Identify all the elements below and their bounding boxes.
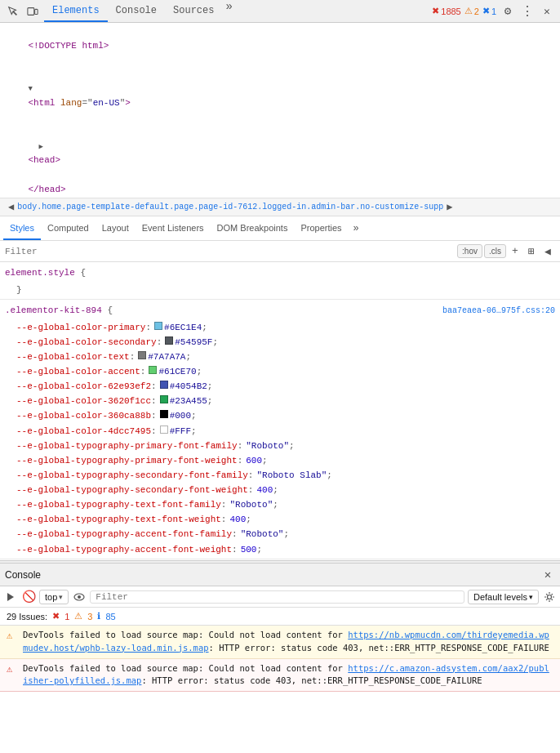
css-prop-typo-secondary-weight[interactable]: --e-global-typography-secondary-font-wei… (0, 483, 560, 497)
val-lang: en-US (93, 98, 120, 108)
css-prop-accent[interactable]: --e-global-color-accent: #61CE70; (0, 364, 560, 379)
more-tabs-icon[interactable]: » (350, 223, 362, 234)
console-messages: ⚠ DevTools failed to load source map: Co… (0, 626, 560, 753)
triangle-icon[interactable] (28, 82, 36, 96)
css-prop-62e93ef2[interactable]: --e-global-color-62e93ef2: #4054B2; (0, 379, 560, 394)
console-execute-button[interactable] (3, 590, 18, 604)
triangle-icon[interactable] (39, 140, 47, 154)
css-prop-typo-accent-family[interactable]: --e-global-typography-accent-font-family… (0, 527, 560, 541)
breadcrumb-scroll-right[interactable]: ▶ (443, 201, 456, 213)
svg-rect-2 (35, 9, 38, 14)
css-prop-typo-primary-family[interactable]: --e-global-typography-primary-font-famil… (0, 439, 560, 453)
error-badge-blue[interactable]: ✖ 1 (482, 6, 496, 16)
console-eye-icon[interactable] (72, 590, 87, 604)
console-context-select[interactable]: top ▾ (39, 590, 69, 604)
message-link-2[interactable]: https://c.amazon-adsystem.com/aax2/publi… (23, 663, 549, 686)
tab-dom-breakpoints[interactable]: DOM Breakpoints (211, 216, 295, 240)
css-prop-secondary[interactable]: --e-global-color-secondary: #54595F; (0, 335, 560, 350)
color-swatch-4dcc7495[interactable] (160, 426, 168, 434)
kit-894-filename[interactable]: baa7eaea-06…975f.css:20 (442, 304, 555, 318)
color-swatch-primary[interactable] (154, 322, 162, 330)
css-prop-typo-secondary-family[interactable]: --e-global-typography-secondary-font-fam… (0, 468, 560, 483)
console-context-label: top (45, 592, 57, 602)
element-style-selector: element.style { (5, 265, 86, 281)
issues-blue-count: 85 (105, 612, 115, 622)
kit-894-section: .elementor-kit-894 { baa7eaea-06…975f.cs… (0, 300, 560, 559)
html-line-html[interactable]: <html lang="en-US"> (0, 68, 560, 125)
more-options-icon[interactable]: ⋮ (519, 3, 536, 20)
breadcrumb-path[interactable]: body.home.page-template-default.page.pag… (17, 203, 443, 212)
default-levels-select[interactable]: Default levels ▾ (468, 590, 539, 604)
red-error-count: 1885 (441, 7, 460, 16)
css-prop-typo-text-family[interactable]: --e-global-typography-text-font-family: … (0, 497, 560, 512)
issues-yellow-icon: ⚠ (74, 611, 82, 622)
tab-elements[interactable]: Elements (44, 0, 108, 22)
html-line-doctype[interactable]: <!DOCTYPE html> (0, 25, 560, 68)
color-swatch-62e93ef2[interactable] (160, 381, 168, 389)
device-icon[interactable] (24, 3, 41, 20)
settings-icon[interactable]: ⚙ (500, 3, 516, 20)
console-clear-button[interactable]: 🚫 (21, 590, 36, 604)
color-swatch-secondary[interactable] (165, 336, 173, 345)
breadcrumb-scroll-left[interactable]: ◀ (5, 201, 17, 213)
default-levels-dropdown-icon: ▾ (529, 593, 533, 601)
tab-console[interactable]: Console (108, 0, 165, 22)
html-line-head[interactable]: <head> </head> (0, 125, 560, 198)
css-panel: element.style { } .elementor-kit-894 { b… (0, 262, 560, 560)
filter-row: :hov .cls + ⊞ ◀ (0, 241, 560, 262)
filter-controls: :hov .cls + ⊞ ◀ (457, 244, 555, 259)
breadcrumb: ◀ body.home.page-template-default.page.p… (0, 198, 560, 216)
color-swatch-text[interactable] (138, 351, 146, 359)
css-prop-primary[interactable]: --e-global-color-primary: #6EC1E4; (0, 320, 560, 335)
console-settings-icon[interactable] (542, 590, 557, 604)
tab-event-listeners[interactable]: Event Listeners (136, 216, 211, 240)
svg-rect-1 (28, 7, 34, 15)
issues-red-icon: ✖ (52, 611, 60, 622)
tab-properties[interactable]: Properties (294, 216, 348, 240)
issues-bar: 29 Issues: ✖ 1 ⚠ 3 ℹ 85 (0, 608, 560, 626)
layout-button[interactable]: ⊞ (524, 244, 539, 259)
inspect-icon[interactable] (5, 3, 21, 20)
yellow-warning-icon: ⚠ (464, 6, 473, 16)
color-swatch-360ca88b[interactable] (160, 410, 168, 418)
tag-html: <html (28, 98, 60, 108)
issues-red-count: 1 (64, 612, 69, 622)
more-tabs-button[interactable]: » (222, 0, 235, 22)
blue-error-count: 1 (491, 7, 496, 16)
message-link-1[interactable]: https://nb.wpmucdn.com/thirdeyemedia.wpm… (23, 630, 549, 653)
close-devtools-icon[interactable]: ✕ (539, 3, 555, 20)
css-prop-4dcc7495[interactable]: --e-global-color-4dcc7495: #FFF; (0, 424, 560, 439)
color-swatch-accent[interactable] (149, 366, 157, 374)
css-prop-typo-text-weight[interactable]: --e-global-typography-text-font-weight: … (0, 512, 560, 527)
css-prop-text[interactable]: --e-global-color-text: #7A7A7A; (0, 350, 560, 364)
tab-layout[interactable]: Layout (96, 216, 136, 240)
cls-button[interactable]: .cls (484, 244, 506, 258)
default-levels-label: Default levels (473, 592, 527, 602)
svg-marker-3 (7, 593, 14, 601)
console-message-warn: ⚠ DevTools failed to load source map: Co… (0, 626, 560, 659)
tab-computed[interactable]: Computed (41, 216, 96, 240)
error-badge-red[interactable]: ✖ 1885 (432, 6, 460, 16)
color-swatch-3620f1cc[interactable] (160, 395, 168, 403)
main-tabs: Elements Console Sources » (44, 0, 429, 22)
hov-button[interactable]: :hov (457, 244, 482, 258)
console-filter-input[interactable] (90, 590, 464, 604)
css-prop-360ca88b[interactable]: --e-global-color-360ca88b: #000; (0, 408, 560, 423)
element-style-header: element.style { (0, 264, 560, 283)
console-close-icon[interactable]: ✕ (540, 568, 555, 582)
kit-894-file-link[interactable]: baa7eaea-06…975f.css:20 (442, 306, 555, 315)
add-style-button[interactable]: + (508, 244, 522, 259)
tab-sources[interactable]: Sources (165, 0, 222, 22)
console-message-error: ⚠ DevTools failed to load source map: Co… (0, 659, 560, 693)
attr-lang: lang (60, 98, 82, 108)
css-prop-typo-accent-weight[interactable]: --e-global-typography-accent-font-weight… (0, 542, 560, 557)
error-icon: ⚠ (7, 662, 18, 677)
kit-894-header: .elementor-kit-894 { baa7eaea-06…975f.cs… (0, 301, 560, 320)
error-badge-yellow[interactable]: ⚠ 2 (464, 6, 479, 16)
collapse-button[interactable]: ◀ (540, 244, 555, 259)
tab-styles[interactable]: Styles (3, 216, 41, 240)
css-prop-typo-primary-weight[interactable]: --e-global-typography-primary-font-weigh… (0, 453, 560, 468)
filter-input[interactable] (5, 247, 454, 256)
svg-point-5 (78, 595, 81, 599)
css-prop-3620f1cc[interactable]: --e-global-color-3620f1cc: #23A455; (0, 394, 560, 408)
